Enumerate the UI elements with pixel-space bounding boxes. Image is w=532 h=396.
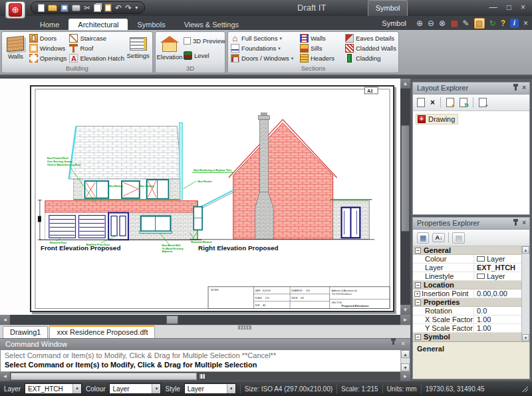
foundations-dropdown-icon[interactable]: ▾	[278, 46, 281, 51]
command-history[interactable]: Select Command or Item(s) to Modify, Cli…	[0, 350, 410, 372]
cut-icon[interactable]: ✂	[84, 4, 90, 12]
doors-windows-button[interactable]: Doors / Windows▾	[231, 53, 297, 63]
full-sections-dropdown-icon[interactable]: ▾	[279, 36, 282, 41]
tab-home[interactable]: Home	[31, 19, 68, 30]
sort-az-icon[interactable]: A↓	[432, 233, 445, 242]
refresh-icon[interactable]: ↻	[489, 19, 496, 28]
horizontal-scroll-thumb[interactable]	[166, 315, 178, 324]
property-row-linestyle[interactable]: LinestyleLayer	[413, 272, 521, 281]
command-horizontal-scrollbar[interactable]: ◄ ►	[0, 372, 410, 381]
walls-button[interactable]: Walls	[3, 33, 28, 64]
snap-icon[interactable]: ✎	[463, 19, 469, 28]
properties-scroll-up-icon[interactable]: ▲	[522, 246, 529, 254]
info-icon[interactable]: i	[510, 19, 519, 28]
expand-box-icon[interactable]: +	[414, 291, 420, 297]
properties-scroll-down-icon[interactable]: ▼	[522, 334, 529, 341]
application-menu-button[interactable]: ⊕	[5, 1, 25, 19]
headers-button[interactable]: Headers	[300, 53, 342, 63]
splitter-grip[interactable]	[238, 325, 251, 329]
cladding-button[interactable]: Cladding	[345, 53, 396, 63]
colour-combo-arrow-icon[interactable]: ▾	[152, 384, 160, 393]
scroll-left-button[interactable]: ◄	[0, 315, 10, 325]
scroll-up-button[interactable]: ▲	[400, 79, 410, 89]
print-icon[interactable]	[72, 5, 80, 11]
scroll-down-button[interactable]: ▼	[400, 305, 410, 315]
openings-button[interactable]: Openings	[29, 53, 67, 63]
layout-item-drawing[interactable]: Drawing	[416, 114, 458, 124]
eaves-details-button[interactable]: Eaves Details	[345, 33, 396, 43]
zoom-out-icon[interactable]: ⊖	[428, 19, 434, 28]
new-layout-icon[interactable]	[417, 98, 425, 107]
context-tab-symbol[interactable]: Symbol	[368, 0, 408, 16]
command-window-titlebar[interactable]: Command Window ×	[0, 339, 410, 350]
paste-icon[interactable]	[104, 3, 112, 12]
category-general[interactable]: −General	[413, 246, 521, 255]
copy-icon[interactable]	[94, 4, 101, 12]
property-row-colour[interactable]: ColourLayer	[413, 255, 521, 264]
command-vertical-scrollbar[interactable]: ▲ ▼	[400, 350, 410, 371]
level-button[interactable]: Level	[184, 51, 225, 61]
canvas-vertical-scrollbar[interactable]: ▲ ▼	[400, 79, 410, 315]
collapse-box-icon[interactable]: −	[415, 299, 421, 305]
tab-architectural[interactable]: Architectural	[68, 19, 128, 30]
redo-icon[interactable]: ↷	[125, 4, 132, 12]
layout-pin-icon[interactable]	[515, 86, 517, 91]
doors-button[interactable]: Doors	[29, 33, 67, 43]
category-symbol[interactable]: −Symbol	[413, 333, 521, 341]
category-properties[interactable]: −Properties	[413, 298, 521, 307]
doors-windows-dropdown-icon[interactable]: ▾	[291, 56, 294, 61]
layout-explorer-titlebar[interactable]: Layout Explorer ×	[413, 83, 529, 95]
export-layout-icon[interactable]: ▲	[446, 98, 454, 107]
qat-dropdown-icon[interactable]: ▾	[135, 4, 138, 12]
command-pin-icon[interactable]	[392, 340, 394, 345]
sills-button[interactable]: Sills	[300, 43, 342, 53]
property-row-yscale[interactable]: Y Scale Factor1.00	[413, 324, 521, 333]
drawing-sheet[interactable]: A2	[30, 85, 394, 312]
command-scroll-right-icon[interactable]: ►	[400, 372, 410, 381]
refresh-layout-icon[interactable]: ↻	[460, 98, 467, 107]
collapse-box-icon[interactable]: −	[415, 248, 421, 254]
style-combo[interactable]: Layer ▾	[184, 383, 236, 394]
command-scroll-down-icon[interactable]: ▼	[401, 363, 410, 371]
layer-combo-arrow-icon[interactable]: ▾	[72, 384, 81, 393]
colour-combo[interactable]: Layer ▾	[109, 383, 161, 394]
doc-tab-drawing1[interactable]: Drawing1	[3, 326, 48, 338]
command-close-icon[interactable]: ×	[401, 340, 405, 347]
vertical-scroll-thumb[interactable]	[401, 125, 410, 232]
symbol-tool-icon[interactable]: ▧	[474, 18, 485, 29]
doc-tab-residence[interactable]: xxx Residence Proposed.dft	[49, 325, 155, 338]
resize-grip[interactable]	[521, 385, 528, 392]
collapse-box-icon[interactable]: −	[415, 334, 421, 340]
properties-scrollbar[interactable]: ▲ ▼	[521, 246, 529, 341]
elevation-button[interactable]: Elevation	[157, 33, 182, 64]
section-walls-button[interactable]: Walls	[300, 33, 342, 43]
new-icon[interactable]	[38, 4, 45, 12]
settings-button[interactable]: Settings	[125, 33, 151, 64]
ribbon-close-icon[interactable]: ×	[523, 19, 528, 28]
open-icon[interactable]	[48, 5, 57, 11]
properties-pin-icon[interactable]	[515, 221, 517, 226]
zoom-extents-icon[interactable]: ⊗	[439, 19, 446, 28]
elevation-hatch-button[interactable]: AElevation Hatch	[69, 53, 124, 63]
roof-button[interactable]: Roof	[69, 43, 124, 53]
cladded-walls-button[interactable]: Cladded Walls	[345, 43, 396, 53]
property-row-insertion[interactable]: +Insertion Point0.00,0.00	[413, 290, 521, 298]
tab-symbols[interactable]: Symbols	[128, 19, 174, 30]
property-row-rotation[interactable]: Rotation0.0	[413, 307, 521, 315]
foundations-button[interactable]: Foundations▾	[231, 43, 297, 53]
help-icon[interactable]: ?	[501, 19, 505, 28]
close-button[interactable]: ×	[521, 3, 525, 12]
command-scroll-up-icon[interactable]: ▲	[401, 350, 410, 358]
layout-close-icon[interactable]: ×	[522, 85, 526, 91]
properties-close-icon[interactable]: ×	[522, 220, 526, 226]
canvas-horizontal-scrollbar[interactable]: ◄ ►	[0, 315, 410, 325]
layer-combo[interactable]: EXT_HTCH ▾	[25, 383, 82, 394]
command-horizontal-thumb[interactable]	[11, 373, 197, 380]
insert-layout-icon[interactable]: +	[479, 98, 487, 107]
categorized-view-icon[interactable]: ▦	[417, 232, 429, 244]
full-sections-button[interactable]: ⌂Full Sections▾	[231, 33, 297, 43]
property-row-xscale[interactable]: X Scale Factor1.00	[413, 315, 521, 324]
style-combo-arrow-icon[interactable]: ▾	[227, 384, 235, 393]
windows-button[interactable]: Windows	[29, 43, 67, 53]
properties-explorer-titlebar[interactable]: Properties Explorer ×	[413, 218, 529, 230]
